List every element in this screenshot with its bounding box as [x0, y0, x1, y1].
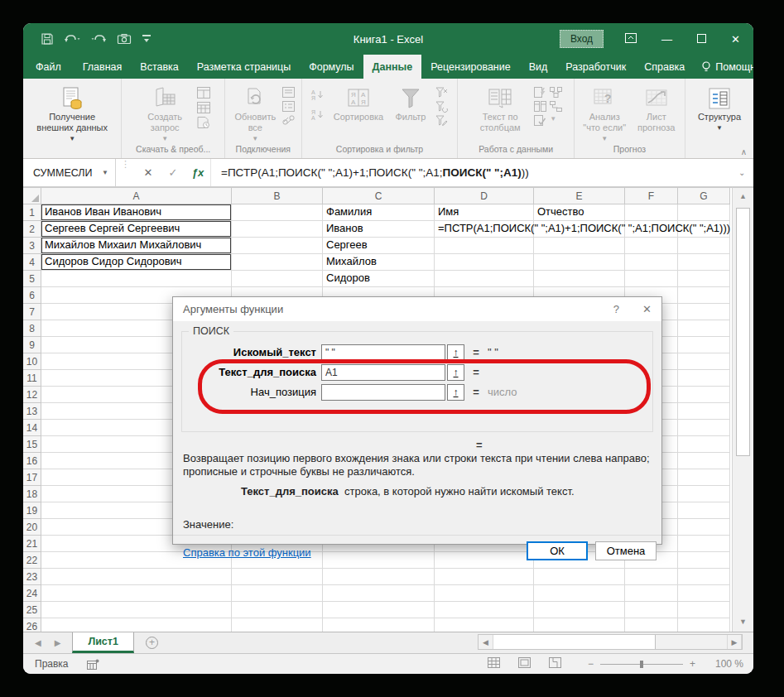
- data-validation-icon[interactable]: [534, 115, 546, 126]
- cell-C22[interactable]: [323, 552, 435, 569]
- tab-Справка[interactable]: Справка: [635, 55, 694, 79]
- cell-G20[interactable]: [678, 519, 730, 536]
- page-break-view-icon[interactable]: [549, 657, 561, 671]
- cell-A25[interactable]: [41, 602, 232, 618]
- cell-F24[interactable]: [625, 585, 678, 602]
- enter-entry-icon[interactable]: ✓: [161, 166, 185, 179]
- row-header-3[interactable]: 3: [23, 238, 41, 254]
- cell-D22[interactable]: [435, 552, 534, 569]
- redo-button[interactable]: [91, 34, 106, 45]
- cell-C1[interactable]: Фамилия: [323, 204, 435, 221]
- from-table-icon[interactable]: [197, 102, 210, 113]
- consolidate-icon[interactable]: [550, 87, 562, 98]
- column-header-E[interactable]: E: [534, 188, 625, 204]
- row-header-14[interactable]: 14: [23, 420, 41, 436]
- cell-C23[interactable]: [323, 569, 435, 585]
- row-header-15[interactable]: 15: [23, 436, 41, 453]
- cell-G5[interactable]: [678, 271, 730, 287]
- cell-F3[interactable]: [625, 238, 678, 254]
- cell-D25[interactable]: [435, 602, 534, 618]
- cell-G6[interactable]: [678, 287, 730, 304]
- formula-input[interactable]: =ПСТР(A1;ПОИСК(" ";A1)+1;ПОИСК(" ";A1;ПО…: [210, 159, 738, 186]
- row-header-13[interactable]: 13: [23, 403, 41, 420]
- cell-C5[interactable]: Сидоров: [323, 271, 435, 287]
- collapse-ribbon-icon[interactable]: ∧: [741, 147, 747, 156]
- row-header-18[interactable]: 18: [23, 486, 41, 502]
- zoom-slider[interactable]: − +: [588, 658, 695, 670]
- row-header-20[interactable]: 20: [23, 519, 41, 536]
- zoom-knob[interactable]: [640, 661, 643, 668]
- tab-Разметка страницы[interactable]: Разметка страницы: [188, 55, 300, 79]
- column-header-B[interactable]: B: [232, 188, 323, 204]
- cell-A3[interactable]: Михайлов Михаил Михайлович: [41, 238, 232, 254]
- dialog-help-icon[interactable]: ?: [613, 303, 619, 315]
- page-layout-view-icon[interactable]: [518, 657, 531, 671]
- cell-G15[interactable]: [678, 436, 730, 453]
- tab-Главная[interactable]: Главная: [74, 55, 132, 79]
- text-to-columns-button[interactable]: Текст по столбцам: [469, 84, 531, 133]
- cell-G14[interactable]: [678, 420, 730, 436]
- cell-A4[interactable]: Сидоров Сидор Сидорович: [41, 254, 232, 271]
- cell-B2[interactable]: [232, 221, 323, 238]
- name-box[interactable]: СУММЕСЛИ ▼: [23, 159, 116, 186]
- cell-D2[interactable]: =ПСТР(A1;ПОИСК(" ";A1)+1;ПОИСК(" ";A1;ПО…: [435, 221, 534, 238]
- tab-Вид[interactable]: Вид: [520, 55, 557, 79]
- cell-G26[interactable]: [678, 618, 730, 632]
- cell-D23[interactable]: [435, 569, 534, 585]
- arg-input-iskomyi-tekst[interactable]: [321, 344, 445, 361]
- cell-A26[interactable]: [41, 618, 232, 632]
- cell-C4[interactable]: Михайлов: [323, 254, 435, 271]
- minimize-button[interactable]: —: [661, 33, 672, 46]
- tab-Файл[interactable]: Файл: [23, 55, 74, 79]
- cell-G25[interactable]: [678, 602, 730, 618]
- cell-G8[interactable]: [678, 320, 730, 337]
- cell-E23[interactable]: [534, 569, 625, 585]
- cell-A23[interactable]: [41, 569, 232, 585]
- cell-B5[interactable]: [232, 271, 323, 287]
- cell-E4[interactable]: [534, 254, 625, 271]
- cell-A24[interactable]: [41, 585, 232, 602]
- tab-Данные[interactable]: Данные: [363, 55, 422, 79]
- row-header-21[interactable]: 21: [23, 536, 41, 552]
- cell-F4[interactable]: [625, 254, 678, 271]
- sheet-tab-active[interactable]: Лист1: [72, 632, 133, 653]
- cell-G13[interactable]: [678, 403, 730, 420]
- add-sheet-button[interactable]: +: [146, 632, 158, 653]
- cell-F5[interactable]: [625, 271, 678, 287]
- new-query-button[interactable]: Создать запрос ▼: [136, 84, 194, 144]
- expand-formula-bar-icon[interactable]: ⌄: [738, 159, 753, 186]
- clear-filter-icon[interactable]: [435, 87, 448, 98]
- cell-G22[interactable]: [678, 552, 730, 569]
- zoom-level[interactable]: 100 %: [710, 658, 743, 670]
- sort-asc-icon[interactable]: АЯ: [311, 89, 328, 103]
- row-header-23[interactable]: 23: [23, 569, 41, 585]
- advanced-filter-icon[interactable]: [435, 115, 448, 126]
- cell-G9[interactable]: [678, 337, 730, 353]
- cell-E24[interactable]: [534, 585, 625, 602]
- cell-B26[interactable]: [232, 618, 323, 632]
- row-header-1[interactable]: 1: [23, 204, 41, 221]
- next-sheet-icon[interactable]: ▶: [55, 638, 61, 647]
- cell-F1[interactable]: [625, 204, 678, 221]
- row-header-9[interactable]: 9: [23, 337, 41, 353]
- row-header-16[interactable]: 16: [23, 453, 41, 469]
- cancel-entry-icon[interactable]: ✕: [136, 166, 161, 179]
- column-header-F[interactable]: F: [625, 188, 678, 204]
- ok-button[interactable]: ОК: [527, 541, 588, 560]
- row-header-24[interactable]: 24: [23, 585, 41, 602]
- filter-button[interactable]: Фильтр: [389, 84, 432, 123]
- undo-button[interactable]: [65, 34, 79, 45]
- vertical-scrollbar[interactable]: ▲ ▼: [732, 187, 753, 632]
- insert-function-icon[interactable]: ƒx: [185, 166, 210, 179]
- cell-G18[interactable]: [678, 486, 730, 502]
- cell-D5[interactable]: [435, 271, 534, 287]
- show-queries-icon[interactable]: [197, 87, 210, 99]
- edit-links-icon[interactable]: [282, 115, 295, 126]
- cell-F26[interactable]: [625, 618, 678, 632]
- dropdown-arrow-icon[interactable]: ▼: [550, 115, 562, 123]
- column-header-G[interactable]: G: [678, 188, 730, 204]
- cell-G1[interactable]: [678, 204, 730, 221]
- recent-sources-icon[interactable]: [197, 117, 210, 128]
- ribbon-display-options-button[interactable]: [625, 33, 637, 46]
- macro-record-icon[interactable]: [87, 659, 99, 670]
